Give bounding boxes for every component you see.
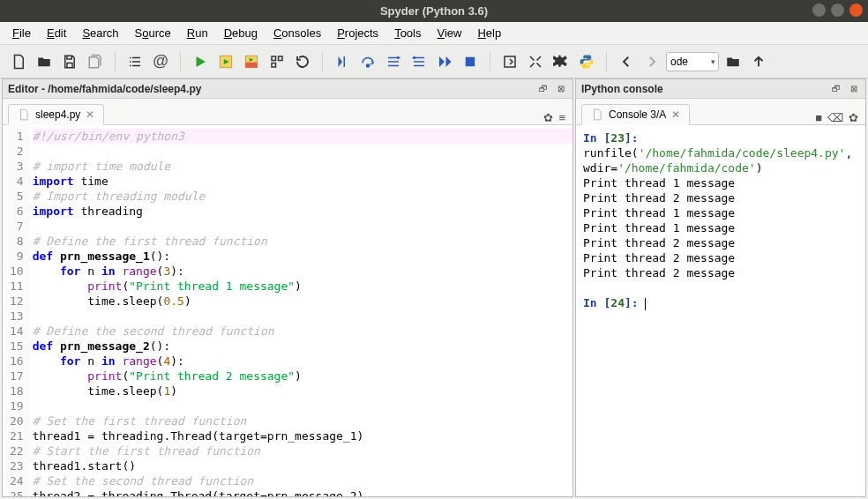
python-path-icon[interactable]	[575, 50, 598, 73]
menu-help[interactable]: Help	[470, 24, 508, 42]
window-title: Spyder (Python 3.6)	[380, 4, 488, 18]
window-controls	[812, 4, 863, 17]
console-pane-title: IPython console	[581, 83, 830, 95]
menu-debug[interactable]: Debug	[217, 24, 265, 42]
console-body[interactable]: In [23]: runfile('/home/fahmida/code/sle…	[576, 125, 865, 496]
separator	[115, 52, 116, 71]
console-tab[interactable]: Console 3/A ✕	[581, 104, 690, 125]
svg-point-6	[367, 64, 370, 67]
console-restore-icon[interactable]: 🗗	[830, 83, 842, 95]
console-stop-icon[interactable]: ■	[815, 111, 822, 124]
close-button[interactable]	[849, 4, 863, 17]
separator	[606, 52, 607, 71]
toolbar: @	[0, 45, 868, 78]
menubar: File Edit Search Source Run Debug Consol…	[0, 22, 868, 45]
separator	[322, 52, 323, 71]
console-pane: IPython console 🗗 ⊠ Console 3/A ✕ ■ ⌫ ✿ …	[575, 78, 866, 497]
step-out-icon[interactable]	[408, 50, 430, 73]
browse-dir-icon[interactable]	[722, 50, 745, 73]
menu-search[interactable]: Search	[75, 24, 125, 42]
run-selection-icon[interactable]	[266, 50, 288, 73]
editor-pane-title: Editor - /home/fahmida/code/sleep4.py	[8, 83, 537, 95]
editor-options-icon[interactable]: ✿	[543, 111, 553, 124]
console-options-icon[interactable]: ✿	[849, 111, 858, 124]
svg-rect-10	[591, 108, 603, 121]
menu-edit[interactable]: Edit	[40, 24, 73, 42]
editor-close-icon[interactable]: ⊠	[555, 83, 567, 95]
rerun-icon[interactable]	[291, 50, 314, 73]
menu-tools[interactable]: Tools	[387, 24, 428, 42]
maximize-button[interactable]	[831, 4, 844, 17]
cwd-combo[interactable]	[666, 52, 719, 71]
console-tab-row: Console 3/A ✕ ■ ⌫ ✿	[576, 99, 865, 125]
menu-projects[interactable]: Projects	[330, 24, 385, 42]
cwd-input[interactable]	[666, 52, 719, 71]
svg-rect-3	[272, 56, 276, 61]
console-clear-icon[interactable]: ⌫	[827, 111, 843, 124]
run-icon[interactable]	[189, 50, 212, 73]
save-all-icon[interactable]	[84, 50, 107, 73]
list-icon[interactable]	[123, 50, 146, 73]
menu-consoles[interactable]: Consoles	[266, 24, 328, 42]
run-cell-advance-icon[interactable]	[240, 50, 263, 73]
console-pane-header: IPython console 🗗 ⊠	[576, 79, 865, 99]
maximize-pane-icon[interactable]	[498, 50, 521, 73]
tab-close-icon[interactable]: ✕	[671, 108, 680, 121]
titlebar: Spyder (Python 3.6)	[0, 0, 868, 22]
editor-pane: Editor - /home/fahmida/code/sleep4.py 🗗 …	[2, 78, 573, 497]
editor-pane-header: Editor - /home/fahmida/code/sleep4.py 🗗 …	[3, 79, 572, 99]
preferences-icon[interactable]	[550, 50, 572, 73]
stop-debug-icon[interactable]	[459, 50, 482, 73]
python-file-icon	[18, 108, 30, 121]
save-icon[interactable]	[58, 50, 81, 73]
at-icon[interactable]: @	[149, 50, 172, 73]
workarea: Editor - /home/fahmida/code/sleep4.py 🗗 …	[0, 78, 868, 499]
open-file-icon[interactable]	[33, 50, 56, 73]
separator	[180, 52, 181, 71]
continue-icon[interactable]	[433, 50, 456, 73]
separator	[490, 52, 490, 71]
svg-rect-2	[245, 62, 258, 67]
svg-rect-5	[272, 63, 276, 67]
editor-tab[interactable]: sleep4.py ✕	[8, 104, 104, 125]
editor-code[interactable]: #!/usr/bin/env python3 # import time mod…	[29, 125, 572, 496]
console-tab-label: Console 3/A	[609, 108, 666, 121]
editor-menu-icon[interactable]: ≡	[558, 111, 565, 124]
new-file-icon[interactable]	[7, 50, 30, 73]
parent-dir-icon[interactable]	[747, 50, 770, 73]
svg-rect-8	[505, 56, 515, 67]
svg-rect-7	[466, 56, 475, 66]
menu-view[interactable]: View	[430, 24, 468, 42]
back-icon[interactable]	[615, 50, 638, 73]
step-over-icon[interactable]	[356, 50, 379, 73]
editor-restore-icon[interactable]: 🗗	[537, 83, 550, 95]
console-close-icon[interactable]: ⊠	[848, 83, 860, 95]
editor-tab-row: sleep4.py ✕ ✿ ≡	[3, 99, 572, 125]
menu-file[interactable]: File	[5, 24, 38, 42]
tab-close-icon[interactable]: ✕	[86, 108, 94, 121]
console-file-icon	[591, 108, 603, 121]
minimize-button[interactable]	[812, 4, 826, 17]
svg-rect-4	[279, 56, 283, 61]
editor-tab-label: sleep4.py	[35, 108, 80, 121]
editor-body[interactable]: 1 2 3 4 5 6 7 8 9 10 11 12 13 14 15 16 1…	[3, 125, 572, 496]
forward-icon[interactable]	[640, 50, 663, 73]
editor-gutter: 1 2 3 4 5 6 7 8 9 10 11 12 13 14 15 16 1…	[3, 125, 29, 496]
menu-source[interactable]: Source	[128, 24, 178, 42]
run-cell-icon[interactable]	[214, 50, 237, 73]
step-into-icon[interactable]	[382, 50, 405, 73]
fullscreen-icon[interactable]	[524, 50, 547, 73]
debug-icon[interactable]	[331, 50, 354, 73]
menu-run[interactable]: Run	[180, 24, 215, 42]
svg-rect-9	[18, 108, 30, 121]
